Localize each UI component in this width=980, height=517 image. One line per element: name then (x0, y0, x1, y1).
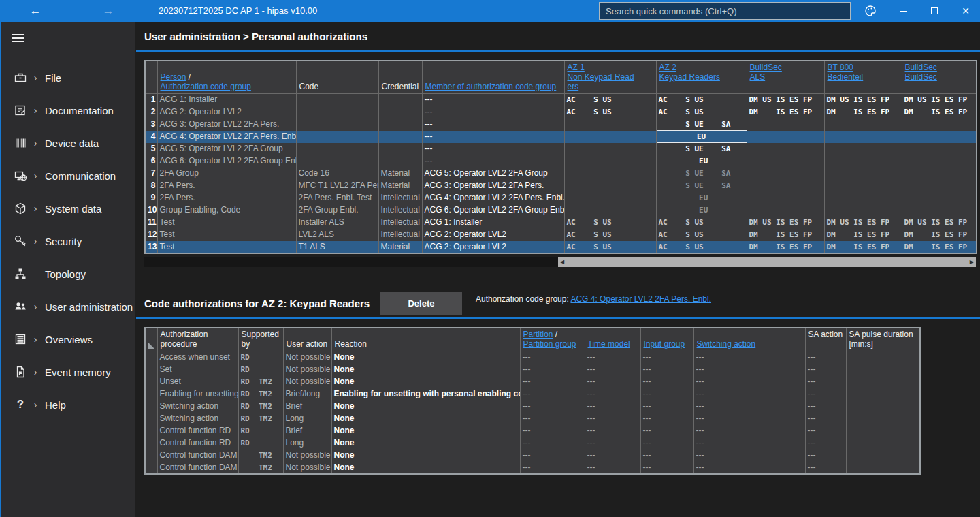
cell-reaction[interactable]: None (331, 351, 520, 364)
cell-buildsec-als[interactable]: DM IS ES FP (747, 229, 824, 241)
cell-authorization-procedure[interactable]: Control function RD (157, 437, 238, 450)
cell-switching-action[interactable]: --- (693, 351, 805, 364)
cell-reaction[interactable]: None (331, 401, 520, 413)
cell-person[interactable]: ACG 3: Operator LVL2 2FA Pers. (157, 119, 296, 131)
cell-member-of[interactable]: --- (422, 94, 564, 106)
sidebar-item-security[interactable]: ›Security (1, 225, 135, 257)
cell-supported-by[interactable]: RD (238, 437, 283, 450)
cell-buildsec-buildsec[interactable] (902, 168, 977, 180)
cell-authorization-procedure[interactable]: Unset (157, 376, 238, 388)
cell-buildsec-buildsec[interactable] (902, 204, 977, 217)
cell-bt800[interactable]: DM IS ES FP (824, 241, 902, 253)
cell-credential[interactable] (378, 106, 422, 119)
cell-partition[interactable]: --- (520, 425, 585, 437)
cell-reaction[interactable]: None (331, 462, 520, 474)
cell-sa-action[interactable]: --- (805, 401, 846, 413)
back-icon[interactable]: ← (26, 3, 45, 19)
cell-credential[interactable]: Material (378, 241, 422, 253)
cell-az2[interactable]: AC S US (656, 94, 747, 106)
code-authorization-row[interactable]: Control function RDRDLongNone-----------… (145, 437, 920, 450)
sidebar-item-topology[interactable]: Topology (1, 257, 135, 290)
cell-buildsec-buildsec[interactable] (902, 155, 977, 168)
cell-row-selector[interactable] (145, 376, 157, 388)
bt800-header-sublink[interactable]: Bedienteil (828, 72, 864, 82)
cell-sa-action[interactable]: --- (805, 425, 846, 437)
cell-az1[interactable] (564, 131, 656, 143)
cell-person[interactable]: ACG 2: Operator LVL2 (157, 106, 296, 119)
cell-row-selector[interactable] (145, 462, 157, 474)
cell-person[interactable]: 2FA Pers. (157, 192, 296, 204)
row-number[interactable]: 5 (145, 143, 157, 155)
delete-button[interactable]: Delete (380, 292, 462, 315)
cell-user-action[interactable]: Long (283, 413, 331, 425)
cell-sa-pulse-duration[interactable] (846, 351, 920, 364)
cell-partition[interactable]: --- (520, 351, 585, 364)
cell-supported-by[interactable]: RD TM2 (238, 388, 283, 401)
cell-sa-action[interactable]: --- (805, 413, 846, 425)
cell-time-model[interactable]: --- (585, 388, 640, 401)
cell-time-model[interactable]: --- (585, 450, 640, 462)
row-number[interactable]: 3 (145, 119, 157, 131)
forward-icon[interactable]: → (99, 3, 118, 19)
cell-az2[interactable]: S UE SA (656, 143, 747, 155)
cell-az1[interactable] (564, 143, 656, 155)
cell-bt800[interactable] (824, 204, 902, 217)
maximize-button[interactable] (919, 0, 950, 22)
scroll-left-icon[interactable]: ◀ (558, 257, 566, 267)
cell-time-model[interactable]: --- (585, 437, 640, 450)
cell-reaction[interactable]: None (331, 364, 520, 376)
cell-member-of[interactable]: --- (422, 119, 564, 131)
authorization-row[interactable]: 1ACG 1: Installer---AC S USAC S USDM US … (145, 94, 977, 106)
cell-buildsec-buildsec[interactable]: DM US IS ES FP (902, 94, 977, 106)
cell-row-selector[interactable] (145, 450, 157, 462)
cell-authorization-procedure[interactable]: Switching action (157, 401, 238, 413)
cell-buildsec-als[interactable] (747, 192, 824, 204)
sidebar-item-overviews[interactable]: ›Overviews (1, 323, 135, 356)
code-authorization-row[interactable]: Control function DAM TM2Not possibleNone… (145, 462, 920, 474)
cell-input-group[interactable]: --- (640, 388, 693, 401)
cell-buildsec-buildsec[interactable]: DM IS ES FP (902, 106, 977, 119)
cell-user-action[interactable]: Long (283, 437, 331, 450)
authorization-row[interactable]: 2ACG 2: Operator LVL2---AC S USAC S USDM… (145, 106, 977, 119)
cell-partition[interactable]: --- (520, 437, 585, 450)
cell-sa-action[interactable]: --- (805, 376, 846, 388)
cell-sa-action[interactable]: --- (805, 437, 846, 450)
code-authorization-row[interactable]: SetRDNot possibleNone--------------- (145, 364, 920, 376)
cell-member-of[interactable]: ACG 2: Operator LVL2 (422, 229, 564, 241)
cell-time-model[interactable]: --- (585, 462, 640, 474)
cell-credential[interactable] (378, 94, 422, 106)
cell-buildsec-als[interactable] (747, 204, 824, 217)
cell-input-group[interactable]: --- (640, 351, 693, 364)
authorization-row[interactable]: 4ACG 4: Operator LVL2 2FA Pers. Enbl.---… (145, 131, 977, 143)
cell-sa-pulse-duration[interactable] (846, 462, 920, 474)
cell-credential[interactable] (378, 119, 422, 131)
cell-supported-by[interactable]: RD (238, 364, 283, 376)
cell-buildsec-buildsec[interactable] (902, 131, 977, 143)
cell-sa-action[interactable]: --- (805, 351, 846, 364)
row-number[interactable]: 11 (145, 217, 157, 229)
cell-person[interactable]: Test (157, 217, 296, 229)
cell-supported-by[interactable]: RD TM2 (238, 376, 283, 388)
member-of-header-link[interactable]: Member of authorization code group (425, 82, 557, 91)
cell-buildsec-als[interactable] (747, 155, 824, 168)
cell-bt800[interactable] (824, 192, 902, 204)
cell-reaction[interactable]: Enabling for unsetting with personal ena… (331, 388, 520, 401)
cell-row-selector[interactable] (145, 388, 157, 401)
cell-sa-pulse-duration[interactable] (846, 437, 920, 450)
cell-code[interactable] (296, 131, 378, 143)
cell-credential[interactable] (378, 155, 422, 168)
cell-buildsec-als[interactable]: DM IS ES FP (747, 241, 824, 253)
partition-group-header-link[interactable]: Partition group (523, 339, 576, 349)
cell-person[interactable]: 2FA Pers. (157, 180, 296, 192)
cell-supported-by[interactable]: RD (238, 351, 283, 364)
cell-input-group[interactable]: --- (640, 401, 693, 413)
row-number[interactable]: 10 (145, 204, 157, 217)
person-header-link[interactable]: Person (161, 72, 186, 82)
cell-time-model[interactable]: --- (585, 351, 640, 364)
cell-person[interactable]: ACG 5: Operator LVL2 2FA Group (157, 143, 296, 155)
sidebar-item-help[interactable]: ?›Help (1, 388, 135, 421)
cell-authorization-procedure[interactable]: Control function DAM (157, 462, 238, 474)
cell-az1[interactable]: AC S US (564, 241, 656, 253)
cell-reaction[interactable]: None (331, 425, 520, 437)
cell-code[interactable] (296, 106, 378, 119)
